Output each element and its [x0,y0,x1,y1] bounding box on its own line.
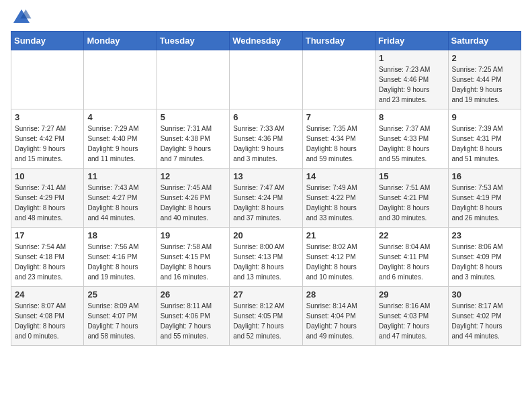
day-info: Sunrise: 7:43 AM Sunset: 4:27 PM Dayligh… [87,183,152,223]
day-info: Sunrise: 7:23 AM Sunset: 4:46 PM Dayligh… [379,64,444,105]
day-info: Sunrise: 8:04 AM Sunset: 4:11 PM Dayligh… [379,242,444,282]
day-cell: 27Sunrise: 8:12 AM Sunset: 4:05 PM Dayli… [230,287,302,346]
header-thursday: Thursday [302,32,375,50]
header-wednesday: Wednesday [230,32,302,50]
day-number: 2 [452,53,517,63]
day-cell: 25Sunrise: 8:09 AM Sunset: 4:07 PM Dayli… [84,287,157,346]
calendar-header-row: SundayMondayTuesdayWednesdayThursdayFrid… [11,32,521,50]
day-cell [11,50,84,109]
day-cell: 14Sunrise: 7:49 AM Sunset: 4:22 PM Dayli… [302,169,375,228]
day-info: Sunrise: 7:35 AM Sunset: 4:34 PM Dayligh… [306,124,371,164]
day-number: 3 [15,112,80,122]
header-monday: Monday [84,32,157,50]
day-number: 26 [161,289,226,300]
day-info: Sunrise: 8:14 AM Sunset: 4:04 PM Dayligh… [306,301,371,341]
day-info: Sunrise: 8:12 AM Sunset: 4:05 PM Dayligh… [233,301,298,341]
day-number: 14 [306,171,371,181]
day-info: Sunrise: 7:54 AM Sunset: 4:18 PM Dayligh… [15,242,80,282]
header-sunday: Sunday [11,32,84,50]
day-number: 4 [87,112,152,122]
day-cell: 9Sunrise: 7:39 AM Sunset: 4:31 PM Daylig… [448,109,521,169]
day-info: Sunrise: 7:25 AM Sunset: 4:44 PM Dayligh… [452,64,517,105]
day-number: 20 [233,230,298,240]
header-tuesday: Tuesday [157,32,229,50]
day-info: Sunrise: 7:47 AM Sunset: 4:24 PM Dayligh… [233,183,298,223]
day-info: Sunrise: 8:07 AM Sunset: 4:08 PM Dayligh… [15,301,80,341]
day-info: Sunrise: 7:39 AM Sunset: 4:31 PM Dayligh… [452,124,517,164]
day-info: Sunrise: 7:56 AM Sunset: 4:16 PM Dayligh… [87,242,152,282]
day-info: Sunrise: 8:11 AM Sunset: 4:06 PM Dayligh… [161,301,226,341]
day-number: 21 [306,230,371,240]
day-number: 6 [233,112,298,122]
day-info: Sunrise: 8:00 AM Sunset: 4:13 PM Dayligh… [233,242,298,282]
header-saturday: Saturday [448,32,521,50]
week-row-1: 1Sunrise: 7:23 AM Sunset: 4:46 PM Daylig… [11,50,521,109]
day-number: 23 [452,230,517,240]
day-cell: 5Sunrise: 7:31 AM Sunset: 4:38 PM Daylig… [157,109,229,169]
day-number: 7 [306,112,371,122]
day-number: 5 [161,112,226,122]
page-header [11,7,521,28]
day-number: 28 [306,289,371,300]
day-cell: 11Sunrise: 7:43 AM Sunset: 4:27 PM Dayli… [84,169,157,228]
day-number: 10 [15,171,80,181]
day-cell: 20Sunrise: 8:00 AM Sunset: 4:13 PM Dayli… [230,228,302,287]
day-cell: 29Sunrise: 8:16 AM Sunset: 4:03 PM Dayli… [375,287,448,346]
week-row-5: 24Sunrise: 8:07 AM Sunset: 4:08 PM Dayli… [11,287,521,346]
day-number: 25 [87,289,152,300]
day-cell: 8Sunrise: 7:37 AM Sunset: 4:33 PM Daylig… [375,109,448,169]
day-cell: 13Sunrise: 7:47 AM Sunset: 4:24 PM Dayli… [230,169,302,228]
day-cell [157,50,229,109]
day-cell: 23Sunrise: 8:06 AM Sunset: 4:09 PM Dayli… [448,228,521,287]
day-cell: 28Sunrise: 8:14 AM Sunset: 4:04 PM Dayli… [302,287,375,346]
day-cell: 22Sunrise: 8:04 AM Sunset: 4:11 PM Dayli… [375,228,448,287]
day-info: Sunrise: 8:09 AM Sunset: 4:07 PM Dayligh… [87,301,152,341]
day-info: Sunrise: 7:27 AM Sunset: 4:42 PM Dayligh… [15,124,80,164]
day-number: 16 [452,171,517,181]
day-number: 1 [379,53,444,63]
day-number: 13 [233,171,298,181]
day-info: Sunrise: 8:17 AM Sunset: 4:02 PM Dayligh… [452,301,517,341]
day-cell: 15Sunrise: 7:51 AM Sunset: 4:21 PM Dayli… [375,169,448,228]
day-cell: 24Sunrise: 8:07 AM Sunset: 4:08 PM Dayli… [11,287,84,346]
day-number: 27 [233,289,298,300]
week-row-4: 17Sunrise: 7:54 AM Sunset: 4:18 PM Dayli… [11,228,521,287]
day-cell: 16Sunrise: 7:53 AM Sunset: 4:19 PM Dayli… [448,169,521,228]
day-info: Sunrise: 7:31 AM Sunset: 4:38 PM Dayligh… [161,124,226,164]
calendar-table: SundayMondayTuesdayWednesdayThursdayFrid… [11,31,521,346]
day-info: Sunrise: 7:51 AM Sunset: 4:21 PM Dayligh… [379,183,444,223]
day-number: 22 [379,230,444,240]
day-cell: 2Sunrise: 7:25 AM Sunset: 4:44 PM Daylig… [448,50,521,109]
day-number: 29 [379,289,444,300]
day-number: 8 [379,112,444,122]
day-number: 11 [87,171,152,181]
day-cell: 7Sunrise: 7:35 AM Sunset: 4:34 PM Daylig… [302,109,375,169]
day-info: Sunrise: 7:53 AM Sunset: 4:19 PM Dayligh… [452,183,517,223]
day-info: Sunrise: 7:45 AM Sunset: 4:26 PM Dayligh… [161,183,226,223]
day-cell [302,50,375,109]
day-number: 9 [452,112,517,122]
day-cell: 4Sunrise: 7:29 AM Sunset: 4:40 PM Daylig… [84,109,157,169]
day-number: 24 [15,289,80,300]
day-cell: 30Sunrise: 8:17 AM Sunset: 4:02 PM Dayli… [448,287,521,346]
day-cell: 26Sunrise: 8:11 AM Sunset: 4:06 PM Dayli… [157,287,229,346]
day-number: 18 [87,230,152,240]
day-info: Sunrise: 8:02 AM Sunset: 4:12 PM Dayligh… [306,242,371,282]
day-cell: 10Sunrise: 7:41 AM Sunset: 4:29 PM Dayli… [11,169,84,228]
day-info: Sunrise: 7:37 AM Sunset: 4:33 PM Dayligh… [379,124,444,164]
logo-icon [11,7,32,28]
day-info: Sunrise: 7:41 AM Sunset: 4:29 PM Dayligh… [15,183,80,223]
day-cell [230,50,302,109]
day-info: Sunrise: 8:06 AM Sunset: 4:09 PM Dayligh… [452,242,517,282]
day-cell [84,50,157,109]
day-cell: 18Sunrise: 7:56 AM Sunset: 4:16 PM Dayli… [84,228,157,287]
day-info: Sunrise: 7:33 AM Sunset: 4:36 PM Dayligh… [233,124,298,164]
week-row-2: 3Sunrise: 7:27 AM Sunset: 4:42 PM Daylig… [11,109,521,169]
day-info: Sunrise: 8:16 AM Sunset: 4:03 PM Dayligh… [379,301,444,341]
day-cell: 6Sunrise: 7:33 AM Sunset: 4:36 PM Daylig… [230,109,302,169]
day-number: 12 [161,171,226,181]
day-cell: 1Sunrise: 7:23 AM Sunset: 4:46 PM Daylig… [375,50,448,109]
week-row-3: 10Sunrise: 7:41 AM Sunset: 4:29 PM Dayli… [11,169,521,228]
day-number: 30 [452,289,517,300]
day-info: Sunrise: 7:29 AM Sunset: 4:40 PM Dayligh… [87,124,152,164]
